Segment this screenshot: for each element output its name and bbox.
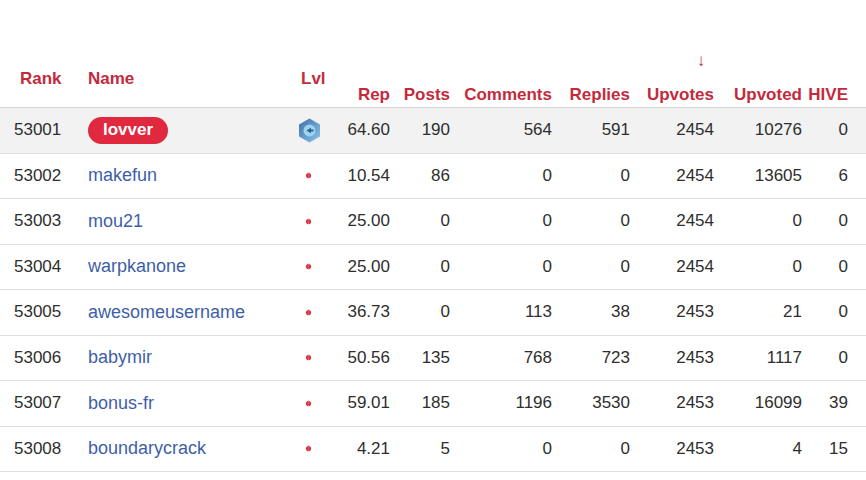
hive-value: 0 <box>802 211 848 231</box>
level-cell <box>298 163 330 188</box>
column-header-lvl[interactable]: Lvl <box>301 69 326 89</box>
level-hexagon-badge-icon <box>298 436 321 461</box>
hive-value: 0 <box>802 257 848 277</box>
level-cell <box>298 300 330 325</box>
upvotes-value: 2454 <box>630 257 714 277</box>
column-header-replies[interactable]: Replies <box>552 85 630 105</box>
upvoted-value: 4 <box>714 439 802 459</box>
ranking-table-body: 53001 lovver <box>0 107 866 472</box>
username-link[interactable]: bonus-fr <box>88 393 154 414</box>
upvotes-value: 2454 <box>630 211 714 231</box>
replies-value: 0 <box>552 439 630 459</box>
hive-value: 15 <box>802 439 848 459</box>
posts-value: 190 <box>390 120 450 140</box>
posts-value: 0 <box>390 302 450 322</box>
hive-value: 39 <box>802 393 848 413</box>
level-hexagon-badge-icon <box>298 300 321 325</box>
comments-value: 768 <box>450 348 552 368</box>
rep-value: 25.00 <box>330 211 390 231</box>
upvotes-value: 2453 <box>630 348 714 368</box>
rank-value: 53005 <box>0 302 80 322</box>
replies-value: 38 <box>552 302 630 322</box>
username-link[interactable]: babymir <box>88 347 152 368</box>
rank-value: 53003 <box>0 211 80 231</box>
level-cell <box>298 391 330 416</box>
hive-value: 0 <box>802 120 848 140</box>
table-row: 53007 bonus-fr <box>0 381 866 427</box>
upvotes-value: 2453 <box>630 439 714 459</box>
username-cell: bonus-fr <box>80 393 298 414</box>
table-row: 53005 awesomeusername <box>0 290 866 336</box>
replies-value: 591 <box>552 120 630 140</box>
replies-value: 0 <box>552 211 630 231</box>
replies-value: 0 <box>552 257 630 277</box>
upvotes-value: 2453 <box>630 393 714 413</box>
upvoted-value: 13605 <box>714 166 802 186</box>
comments-value: 1196 <box>450 393 552 413</box>
rep-value: 10.54 <box>330 166 390 186</box>
replies-value: 0 <box>552 166 630 186</box>
table-row: 53004 warpkanone <box>0 245 866 291</box>
username-link[interactable]: makefun <box>88 165 157 186</box>
username-cell: babymir <box>80 347 298 368</box>
rank-value: 53006 <box>0 348 80 368</box>
level-cell <box>298 118 330 143</box>
table-header: Rank Name Lvl ↓ Rep Posts Comments Repli… <box>0 0 866 107</box>
column-header-comments[interactable]: Comments <box>450 85 552 105</box>
username-cell: mou21 <box>80 211 298 232</box>
upvoted-value: 10276 <box>714 120 802 140</box>
username-link[interactable]: mou21 <box>88 211 143 232</box>
rep-value: 36.73 <box>330 302 390 322</box>
rank-value: 53001 <box>0 120 80 140</box>
comments-value: 564 <box>450 120 552 140</box>
rep-value: 64.60 <box>330 120 390 140</box>
upvotes-value: 2453 <box>630 302 714 322</box>
comments-value: 0 <box>450 211 552 231</box>
rank-value: 53004 <box>0 257 80 277</box>
rank-value: 53008 <box>0 439 80 459</box>
sort-direction-arrow-icon: ↓ <box>686 51 716 71</box>
column-header-rep[interactable]: Rep <box>330 85 390 105</box>
hive-value: 6 <box>802 166 848 186</box>
upvoted-value: 0 <box>714 257 802 277</box>
rep-value: 4.21 <box>330 439 390 459</box>
comments-value: 113 <box>450 302 552 322</box>
username-link[interactable]: lovver <box>88 117 168 144</box>
column-header-rank[interactable]: Rank <box>20 69 62 89</box>
username-link[interactable]: boundarycrack <box>88 438 206 459</box>
upvotes-value: 2454 <box>630 166 714 186</box>
posts-value: 5 <box>390 439 450 459</box>
table-row: 53008 boundarycrack <box>0 427 866 473</box>
comments-value: 0 <box>450 166 552 186</box>
posts-value: 185 <box>390 393 450 413</box>
table-row: 53003 mou21 <box>0 199 866 245</box>
hive-value: 0 <box>802 302 848 322</box>
ranking-page: Rank Name Lvl ↓ Rep Posts Comments Repli… <box>0 0 866 480</box>
upvotes-value: 2454 <box>630 120 714 140</box>
username-cell: awesomeusername <box>80 302 298 323</box>
level-cell <box>298 254 330 279</box>
username-link[interactable]: awesomeusername <box>88 302 245 323</box>
username-cell: lovver <box>80 117 298 144</box>
column-header-name[interactable]: Name <box>88 69 134 89</box>
upvoted-value: 0 <box>714 211 802 231</box>
rep-value: 25.00 <box>330 257 390 277</box>
rank-value: 53007 <box>0 393 80 413</box>
level-hexagon-badge-icon <box>298 163 321 188</box>
username-cell: warpkanone <box>80 256 298 277</box>
level-hexagon-badge-icon <box>298 254 321 279</box>
table-row: 53006 babymir <box>0 336 866 382</box>
upvoted-value: 16099 <box>714 393 802 413</box>
upvoted-value: 21 <box>714 302 802 322</box>
hive-value: 0 <box>802 348 848 368</box>
level-cell <box>298 436 330 461</box>
column-header-hive[interactable]: HIVE <box>802 85 848 105</box>
column-header-upvoted[interactable]: Upvoted <box>714 85 802 105</box>
username-link[interactable]: warpkanone <box>88 256 186 277</box>
column-header-posts[interactable]: Posts <box>390 85 450 105</box>
level-hexagon-badge-icon <box>298 391 321 416</box>
column-header-upvotes[interactable]: Upvotes <box>630 85 714 105</box>
username-cell: boundarycrack <box>80 438 298 459</box>
rep-value: 59.01 <box>330 393 390 413</box>
replies-value: 3530 <box>552 393 630 413</box>
